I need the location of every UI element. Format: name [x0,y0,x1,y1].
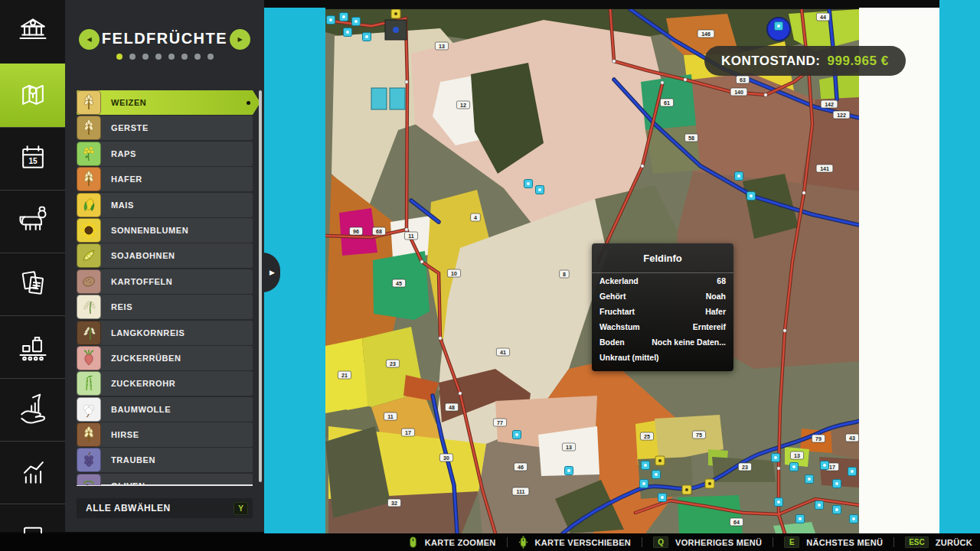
field-number-badge[interactable]: 12 [456,101,469,109]
collectible-marker-icon[interactable] [536,186,544,194]
crop-list-item-kartoffeln[interactable]: KARTOFFELN [77,269,253,294]
collectible-marker-icon[interactable] [565,467,573,475]
collectible-marker-icon[interactable] [775,22,783,31]
collectible-marker-icon[interactable] [833,506,841,514]
crop-list-scrollbar[interactable] [259,90,262,482]
field-number-badge[interactable]: 79 [812,435,825,442]
crop-list-item-zuckerrüben[interactable]: ZUCKERRÜBEN [77,346,253,370]
collectible-marker-icon[interactable] [848,468,857,476]
crop-list-item-baumwolle[interactable]: BAUMWOLLE [77,397,253,422]
poi-marker-icon[interactable] [655,456,665,465]
field-number-badge[interactable]: 23 [386,360,399,367]
field-number-badge[interactable]: 63 [736,76,749,83]
field-number-badge[interactable]: 140 [730,88,747,96]
field-number-badge[interactable]: 13 [562,443,575,451]
next-page-arrow-icon[interactable]: ▶ [230,29,250,50]
crop-list-item-oliven[interactable]: OLIVEN [77,474,253,485]
crop-list-item-raps[interactable]: RAPS [77,142,253,166]
crop-list-item-langkornreis[interactable]: LANGKORNREIS [77,321,253,345]
sidebar-item-calendar[interactable]: 15 [0,127,65,190]
collectible-marker-icon[interactable] [850,515,858,523]
key-hint-zur-ck[interactable]: ZURÜCK [936,538,972,547]
deselect-all-button[interactable]: ALLE ABWÄHLEN Y [77,498,253,518]
field-number-badge[interactable]: 13 [790,452,803,459]
key-hint-karte-zoomen[interactable]: KARTE ZOOMEN [425,538,496,547]
collectible-marker-icon[interactable] [833,480,841,488]
collectible-marker-icon[interactable] [642,461,650,470]
field-number-badge[interactable]: 46 [514,463,527,471]
field-number-badge[interactable]: 25 [640,432,653,440]
field-number-badge[interactable]: 64 [730,518,743,526]
crop-list-item-hirse[interactable]: HIRSE [77,422,253,447]
field-number-badge[interactable]: 30 [439,454,452,461]
poi-marker-icon[interactable] [682,485,691,494]
collectible-marker-icon[interactable] [363,33,371,41]
field-number-badge[interactable]: 61 [660,99,673,106]
field-number-badge[interactable]: 68 [372,227,385,235]
collectible-marker-icon[interactable] [772,454,780,462]
crop-list-item-hafer[interactable]: HAFER [77,167,253,191]
crop-list-item-trauben[interactable]: TRAUBEN [77,448,253,472]
field-number-badge[interactable]: 77 [493,419,506,426]
field-number-badge[interactable]: 21 [338,371,351,379]
field-number-badge[interactable]: 4 [471,214,481,221]
sidebar-item-finances[interactable] [0,0,65,64]
field-number-badge[interactable]: 32 [387,499,400,507]
field-number-badge[interactable]: 10 [447,269,460,277]
collectible-marker-icon[interactable] [640,480,648,488]
key-hint-n-chstes-men-[interactable]: NÄCHSTES MENÜ [806,538,883,547]
crop-list-item-mais[interactable]: MAIS [77,193,253,217]
collectible-marker-icon[interactable] [815,501,824,510]
field-number-badge[interactable]: 122 [833,111,850,119]
sidebar-item-map[interactable] [0,64,65,127]
field-number-badge[interactable]: 13 [435,42,448,50]
field-number-badge[interactable]: 75 [692,431,705,439]
sidebar-item-contracts[interactable] [0,253,65,315]
field-number-badge[interactable]: 141 [816,165,833,172]
field-number-badge[interactable]: 17 [401,429,414,436]
collectible-marker-icon[interactable] [327,16,335,24]
sidebar-item-statistics[interactable] [0,441,65,504]
sidebar-item-sales[interactable] [0,378,65,441]
field-number-badge[interactable]: 44 [816,13,829,21]
field-number-badge[interactable]: 11 [404,232,417,240]
crop-list-item-weizen[interactable]: WEIZEN [77,90,260,115]
field-number-badge[interactable]: 58 [684,134,697,142]
key-hint-karte-verschieben[interactable]: KARTE VERSCHIEBEN [535,538,632,547]
crop-list-item-gerste[interactable]: GERSTE [77,116,253,140]
crop-list-item-sonnenblumen[interactable]: SONNENBLUMEN [77,218,253,243]
key-hint-vorheriges-men-[interactable]: VORHERIGES MENÜ [675,538,762,547]
field-number-badge[interactable]: 111 [512,487,529,495]
collectible-marker-icon[interactable] [796,515,805,523]
collectible-marker-icon[interactable] [340,13,348,21]
collectible-marker-icon[interactable] [821,461,829,470]
field-number-badge[interactable]: 142 [821,100,838,108]
collectible-marker-icon[interactable] [352,18,361,26]
collectible-marker-icon[interactable] [652,471,661,479]
collectible-marker-icon[interactable] [805,475,814,484]
field-number-badge[interactable]: 41 [496,348,509,356]
collectible-marker-icon[interactable] [658,494,667,502]
poi-marker-icon[interactable] [391,9,400,18]
field-number-badge[interactable]: 45 [392,279,405,287]
poi-marker-icon[interactable] [705,479,714,488]
crop-list-item-reis[interactable]: REIS [77,295,253,319]
collectible-marker-icon[interactable] [735,172,743,181]
field-number-badge[interactable]: 96 [349,227,362,235]
crop-list-item-zuckerrohr[interactable]: ZUCKERROHR [77,371,253,396]
field-number-badge[interactable]: 48 [445,403,458,411]
collectible-marker-icon[interactable] [513,431,521,439]
collectible-marker-icon[interactable] [524,180,533,188]
crop-list-item-sojabohnen[interactable]: SOJABOHNEN [77,243,253,268]
field-number-badge[interactable]: 11 [384,412,397,420]
field-number-badge[interactable]: 43 [845,434,858,442]
field-number-badge[interactable]: 23 [738,463,751,471]
collectible-marker-icon[interactable] [344,28,352,37]
collectible-marker-icon[interactable] [775,498,783,507]
field-number-badge[interactable]: 146 [697,30,714,37]
sidebar-item-production[interactable] [0,315,65,378]
sidebar-item-animals[interactable] [0,190,65,253]
collectible-marker-icon[interactable] [747,192,756,201]
field-number-badge[interactable]: 8 [560,270,570,278]
collectible-marker-icon[interactable] [790,463,799,471]
